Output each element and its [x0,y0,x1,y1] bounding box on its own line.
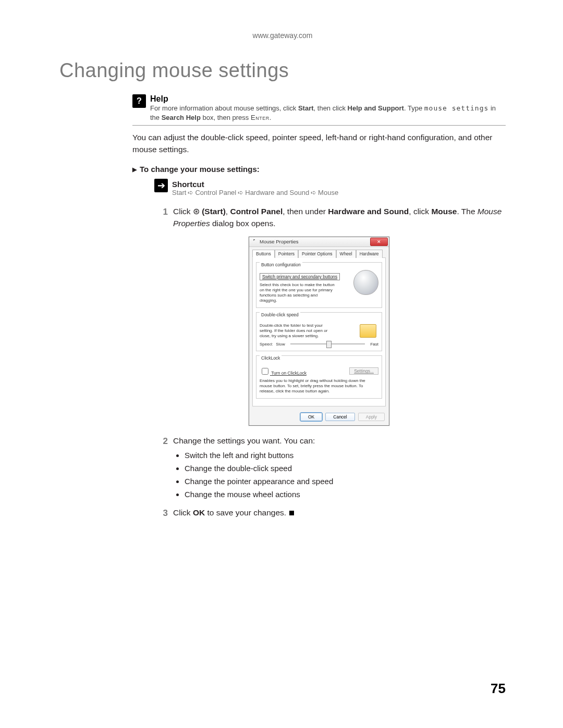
list-item: Change the double-click speed [185,463,506,474]
list-item: Change the mouse wheel actions [185,489,506,500]
double-click-desc: Double-click the folder to test your set… [260,323,335,339]
clicklock-checkbox[interactable]: Turn on ClickLock [260,366,307,376]
clicklock-input[interactable] [262,368,268,375]
button-config-desc: Select this check box to make the button… [260,282,335,303]
ok-button[interactable]: OK [300,413,322,421]
intro-text: You can adjust the double-click speed, p… [132,132,506,155]
mouse-properties-dialog: Mouse Properties ✕ Buttons Pointers Poin… [249,237,389,426]
test-folder-icon[interactable] [360,324,376,338]
clicklock-desc: Enables you to highlight or drag without… [260,378,378,394]
clicklock-settings-button[interactable]: Settings... [349,367,378,375]
step-1-text: Click ⊛ (Start), Control Panel, then und… [173,206,506,229]
mouse-preview-image [353,270,378,295]
shortcut-path: Start➪Control Panel➪Hardware and Sound➪M… [172,189,506,196]
slow-label: Slow [276,342,285,347]
procedure-heading: To change your mouse settings: [132,165,506,174]
close-button[interactable]: ✕ [370,238,388,246]
step-1: 1 Click ⊛ (Start), Control Panel, then u… [154,206,506,229]
speed-label: Speed: [260,342,273,347]
step-3-text: Click OK to save your changes. [173,507,506,520]
page: www.gateway.com Changing mouse settings … [0,0,563,728]
dialog-titlebar: Mouse Properties ✕ [249,237,389,247]
step-number: 2 [154,435,168,502]
help-icon: ? [132,94,146,108]
mouse-cursor-icon [252,239,258,244]
shortcut-callout: ➔ Shortcut Start➪Control Panel➪Hardware … [154,179,506,199]
dialog-tabstrip: Buttons Pointers Pointer Options Wheel H… [249,247,389,257]
start-orb-icon: ⊛ [193,207,202,216]
dialog-title: Mouse Properties [260,239,298,244]
end-of-procedure-icon [289,511,294,515]
fast-label: Fast [370,342,378,347]
list-item: Switch the left and right buttons [185,450,506,461]
clicklock-group: ClickLock Turn on ClickLock Settings... … [256,355,382,399]
step-2-text: Change the settings you want. You can: [173,435,506,447]
step-number: 1 [154,206,168,229]
double-click-group: Double-click speed Double-click the fold… [256,312,382,351]
help-callout: ? Help For more information about mouse … [132,93,506,126]
step-2-list: Switch the left and right buttons Change… [185,450,506,500]
slider-thumb[interactable] [326,341,332,348]
step-2: 2 Change the settings you want. You can:… [154,435,506,502]
cancel-button[interactable]: Cancel [325,413,354,421]
button-config-group: Button configuration Switch primary and … [256,262,382,308]
help-title: Help [150,94,506,104]
shortcut-title: Shortcut [172,180,506,189]
apply-button[interactable]: Apply [358,413,385,421]
tab-hardware[interactable]: Hardware [356,250,383,258]
arrow-right-icon: ➔ [154,179,168,192]
tab-pointer-options[interactable]: Pointer Options [298,250,336,258]
page-number: 75 [491,681,506,697]
help-text: For more information about mouse setting… [150,104,506,122]
switch-buttons-checkbox[interactable]: Switch primary and secondary buttons [260,273,340,280]
speed-slider[interactable] [290,343,365,344]
step-3: 3 Click OK to save your changes. [154,507,506,520]
tab-pointers[interactable]: Pointers [275,250,298,258]
header-url: www.gateway.com [59,31,506,40]
list-item: Change the pointer appearance and speed [185,476,506,487]
tab-wheel[interactable]: Wheel [336,250,356,258]
step-number: 3 [154,507,168,520]
page-title: Changing mouse settings [59,59,506,82]
tab-buttons[interactable]: Buttons [252,250,275,258]
